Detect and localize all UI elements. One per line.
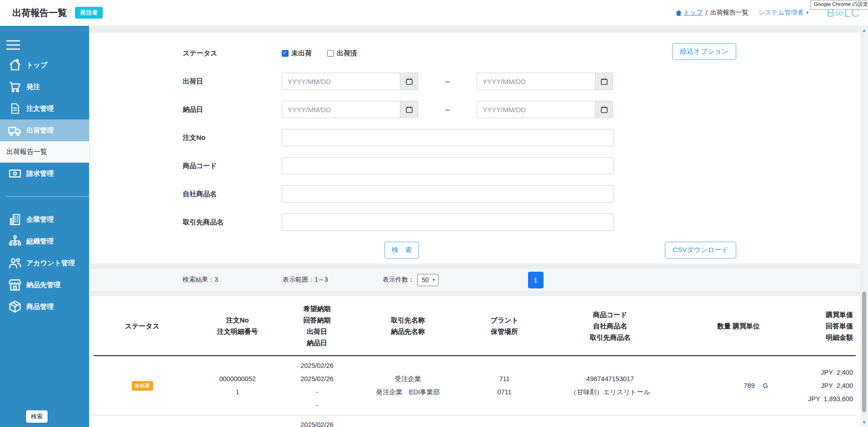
status-tooltip: 検索 [26, 410, 48, 423]
search-button[interactable]: 検 索 [384, 242, 419, 258]
sidebar-item-label: 商品管理 [26, 303, 54, 311]
ship-date-from [282, 73, 418, 90]
breadcrumb-current: 出荷報告一覧 [710, 9, 748, 17]
sidebar-item-top[interactable]: トップ [0, 54, 89, 76]
column-header: 希望納期回答納期出荷日納品日 [284, 303, 350, 348]
per-page-select[interactable]: 50 ▼ [417, 274, 439, 286]
sidebar-item-organization-management[interactable]: 組織管理 [0, 230, 89, 252]
breadcrumb-home-link[interactable]: トップ [683, 9, 703, 17]
filter-options-button[interactable]: 絞込オプション [672, 43, 736, 60]
sidebar: トップ発注注文管理出荷管理出荷報告一覧請求管理企業管理組織管理アカウント管理納品… [0, 26, 89, 427]
csv-download-button[interactable]: CSVダウンロード [665, 242, 736, 258]
column-header: ステータス [94, 320, 191, 332]
per-page-label: 表示件数： [383, 276, 414, 284]
table-cell: 2025/02/262025/02/26-- [284, 356, 350, 415]
page-1-button[interactable]: 1 [528, 272, 544, 288]
per-page-value: 50 [422, 276, 429, 283]
scroll-up-icon[interactable]: ▲ [860, 27, 868, 34]
table-cell: 789G [677, 356, 800, 415]
sidebar-item-order-management[interactable]: 注文管理 [0, 98, 89, 119]
checkbox-label: 未出荷 [291, 49, 312, 58]
calendar-icon[interactable] [400, 101, 418, 118]
checkbox-checked-icon[interactable] [282, 50, 289, 57]
delivery-date-from-input[interactable] [282, 101, 400, 118]
sidebar-item-order[interactable]: 発注 [0, 76, 89, 98]
sidebar-divider [5, 196, 89, 197]
result-count: 検索結果：3 [183, 276, 283, 284]
own-product-label: 自社商品名 [183, 190, 282, 199]
ship-date-from-input[interactable] [282, 73, 400, 90]
table-cell [800, 416, 856, 427]
sidebar-item-label: トップ [26, 61, 47, 70]
order-no-label: 注文No [183, 134, 282, 142]
delivery-date-row: 納品日 ～ [183, 101, 860, 118]
checkbox-unchecked-icon[interactable] [327, 50, 334, 57]
delivery-date-label: 納品日 [183, 105, 282, 114]
sidebar-item-product-management[interactable]: 商品管理 [0, 296, 89, 318]
sidebar-item-label: アカウント管理 [26, 259, 75, 268]
table-cell: 7110711 [466, 356, 543, 415]
document-icon [5, 102, 25, 115]
range-separator: ～ [444, 76, 451, 87]
shipping-report-page: 出荷報告一覧 発注者 トップ / 出荷報告一覧 システム管理者 ▼ B∞LC G… [0, 0, 868, 427]
table-body: 未出荷000000005212025/02/262025/02/26--受注企業… [94, 356, 856, 427]
scroll-down-icon[interactable]: ▼ [860, 419, 868, 426]
delivery-date-from [282, 101, 418, 118]
calendar-icon[interactable] [595, 101, 613, 118]
ship-date-row: 出荷日 ～ [183, 73, 860, 90]
sidebar-item-delivery-destination-management[interactable]: 納品先管理 [0, 274, 89, 296]
invoice-icon [5, 167, 25, 180]
sidebar-item-label: 注文管理 [26, 104, 54, 113]
column-header: 取引先名称納品先名称 [350, 314, 466, 337]
table-header-row: ステータス注文No注文明細番号希望納期回答納期出荷日納品日取引先名称納品先名称プ… [94, 296, 856, 356]
calendar-icon[interactable] [595, 73, 613, 90]
sidebar-item-account-management[interactable]: アカウント管理 [0, 252, 89, 274]
product-code-input[interactable] [282, 157, 614, 174]
order-no-input[interactable] [282, 129, 614, 146]
table-cell [543, 416, 677, 427]
column-header: プラント保管場所 [466, 314, 543, 337]
table-cell: 受注企業発注企業 EDI事業部 [350, 356, 466, 415]
table-cell: JPY 2,400JPY 2,400JPY 1,893,600 [800, 356, 856, 415]
sidebar-item-billing-management[interactable]: 請求管理 [0, 163, 89, 184]
sidebar-item-shipping-management[interactable]: 出荷管理 [0, 119, 89, 141]
result-range: 表示範囲：1～3 [283, 276, 383, 284]
column-header: 商品コード自社商品名取引先商品名 [543, 309, 677, 343]
order-no-row: 注文No [183, 129, 860, 146]
status-row: ステータス 未出荷出荷済 [183, 45, 860, 62]
ship-date-to-input[interactable] [477, 73, 595, 90]
sidebar-item-label: 発注 [26, 83, 40, 91]
own-product-input[interactable] [282, 185, 614, 203]
user-menu[interactable]: システム管理者 ▼ [758, 9, 809, 17]
menu-icon[interactable] [0, 36, 89, 54]
calendar-icon[interactable] [400, 73, 418, 90]
sidebar-item-company-management[interactable]: 企業管理 [0, 209, 89, 230]
form-buttons-row: 検 索 CSVダウンロード [183, 242, 860, 259]
breadcrumb: トップ / 出荷報告一覧 [675, 9, 748, 17]
ship-date-label: 出荷日 [183, 77, 282, 86]
table-cell [350, 416, 466, 427]
table-cell [191, 416, 284, 427]
scrollbar-thumb[interactable] [862, 292, 866, 412]
table-cell: 2025/02/26 [284, 416, 350, 427]
table-cell [94, 416, 191, 427]
sidebar-item-label: 納品先管理 [26, 281, 60, 289]
own-product-row: 自社商品名 [183, 185, 860, 203]
partner-product-label: 取引先商品名 [183, 218, 282, 227]
breadcrumb-separator: / [706, 9, 708, 16]
top-header: 出荷報告一覧 発注者 トップ / 出荷報告一覧 システム管理者 ▼ B∞LC [0, 0, 868, 26]
status-option-checked[interactable]: 未出荷 [282, 49, 312, 58]
role-badge: 発注者 [75, 7, 103, 19]
caret-down-icon: ▼ [805, 10, 809, 15]
per-page: 表示件数： 50 ▼ [383, 274, 439, 286]
sidebar-item-label: 企業管理 [26, 215, 54, 224]
partner-product-input[interactable] [282, 214, 614, 231]
status-option-unchecked[interactable]: 出荷済 [327, 49, 357, 58]
sidebar-item-label: 組織管理 [26, 237, 54, 246]
unit-value: G [763, 379, 768, 392]
building-icon [5, 213, 25, 226]
status-badge: 未出荷 [132, 381, 153, 391]
delivery-date-to-input[interactable] [477, 101, 595, 118]
vertical-scrollbar[interactable]: ▲ ▼ [860, 26, 868, 427]
sidebar-item-shipping-report-list[interactable]: 出荷報告一覧 [0, 141, 89, 163]
